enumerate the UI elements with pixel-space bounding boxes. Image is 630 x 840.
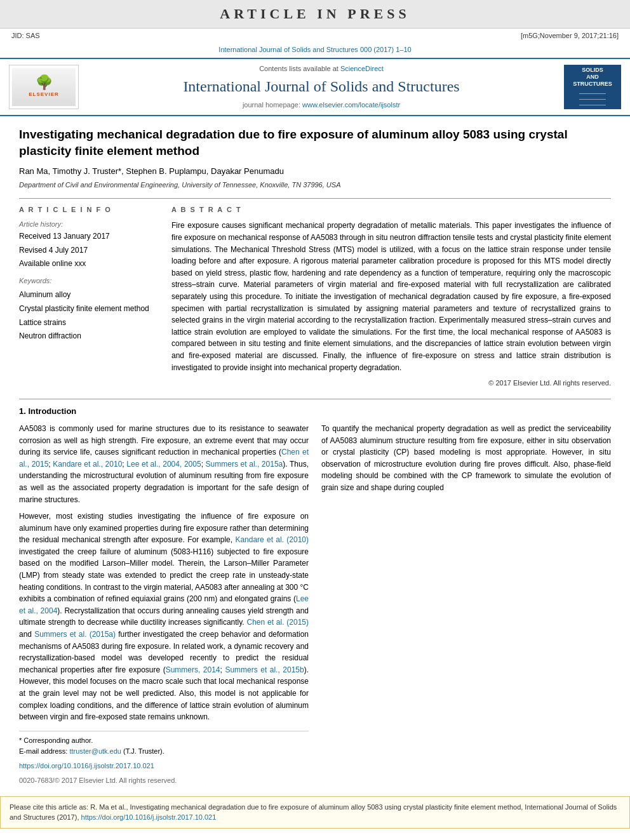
- article-info-header: A R T I C L E I N F O: [19, 205, 159, 215]
- article-authors: Ran Ma, Timothy J. Truster*, Stephen B. …: [19, 166, 611, 178]
- email-line: E-mail address: ttruster@utk.edu (T.J. T…: [19, 746, 309, 757]
- journal-title-block: Contents lists available at ScienceDirec…: [85, 64, 558, 110]
- keywords-label: Keywords:: [19, 276, 159, 286]
- available-online: Available online xxx: [19, 258, 159, 269]
- keyword-2: Crystal plasticity finite element method: [19, 302, 159, 316]
- history-label: Article history:: [19, 220, 159, 230]
- citation-doi-link[interactable]: https://doi.org/10.1016/j.ijsolstr.2017.…: [81, 813, 217, 821]
- ref-kandare2010b[interactable]: Kandare et al. (2010): [235, 535, 309, 544]
- article-content: Investigating mechanical degradation due…: [0, 116, 630, 796]
- keyword-1: Aluminum alloy: [19, 288, 159, 302]
- body-col-left: AA5083 is commonly used for marine struc…: [19, 423, 309, 786]
- corresponding-note: * Corresponding author. E-mail address: …: [19, 731, 309, 757]
- abstract-copyright: © 2017 Elsevier Ltd. All rights reserved…: [171, 378, 611, 389]
- elsevier-label: ELSEVIER: [29, 91, 59, 98]
- body-p2: However, most existing studies investiga…: [19, 510, 309, 723]
- abstract-header: A B S T R A C T: [171, 205, 611, 215]
- jid-label: JID: SAS: [11, 31, 40, 41]
- ref-summers2015ab[interactable]: Summers et al. (2015a): [34, 630, 116, 639]
- body-col-right: To quantify the mechanical property degr…: [321, 423, 611, 786]
- article-title: Investigating mechanical degradation due…: [19, 126, 611, 159]
- ref-summers2015b[interactable]: Summers et al., 2015b: [225, 665, 304, 674]
- journal-right-logo: SOLIDSANDSTRUCTURES ——————————————————: [564, 65, 621, 109]
- doi-line: https://doi.org/10.1016/j.ijsolstr.2017.…: [19, 761, 309, 771]
- body-p-right1: To quantify the mechanical property degr…: [321, 423, 611, 494]
- ref-kandare2010[interactable]: Kandare et al., 2010: [53, 460, 122, 469]
- elsevier-tree-icon: 🌳: [36, 76, 53, 90]
- ref-chen2015b[interactable]: Chen et al. (2015): [246, 618, 309, 627]
- abstract-text: Fire exposure causes significant mechani…: [171, 220, 611, 373]
- ref-summers2015a[interactable]: Summers et al., 2015a: [206, 460, 283, 469]
- body-two-col: AA5083 is commonly used for marine struc…: [19, 423, 611, 786]
- article-in-press-banner: ARTICLE IN PRESS: [0, 0, 630, 29]
- keyword-3: Lattice strains: [19, 316, 159, 330]
- revised-date: Revised 4 July 2017: [19, 245, 159, 256]
- two-col-info-abstract: A R T I C L E I N F O Article history: R…: [19, 198, 611, 389]
- ref-summers2014[interactable]: Summers, 2014: [166, 665, 220, 674]
- doi-link[interactable]: https://doi.org/10.1016/j.ijsolstr.2017.…: [19, 762, 154, 770]
- citation-box: Please cite this article as: R. Ma et al…: [0, 796, 630, 829]
- ref-lee2004[interactable]: Lee et al., 2004, 2005: [126, 460, 201, 469]
- corresponding-star: * Corresponding author.: [19, 735, 309, 746]
- received-date: Received 13 January 2017: [19, 231, 159, 242]
- contents-label: Contents lists available at: [259, 65, 338, 72]
- journal-homepage-link[interactable]: www.elsevier.com/locate/ijsolstr: [302, 101, 400, 109]
- right-logo-title: SOLIDSANDSTRUCTURES: [573, 67, 612, 87]
- ref-label: [m5G;November 9, 2017;21:16]: [521, 31, 619, 41]
- body-p1: AA5083 is commonly used for marine struc…: [19, 423, 309, 505]
- abstract-col: A B S T R A C T Fire exposure causes sig…: [171, 205, 611, 389]
- journal-title: International Journal of Solids and Stru…: [85, 76, 558, 98]
- license-line: 0020-7683/© 2017 Elsevier Ltd. All right…: [19, 775, 309, 786]
- journal-link[interactable]: International Journal of Solids and Stru…: [218, 46, 411, 53]
- keyword-4: Neutron diffraction: [19, 330, 159, 343]
- journal-homepage: journal homepage: www.elsevier.com/locat…: [85, 100, 558, 110]
- elsevier-logo: 🌳 ELSEVIER: [9, 65, 79, 109]
- sciencedirect-link[interactable]: ScienceDirect: [340, 65, 384, 72]
- article-affiliation: Department of Civil and Environmental En…: [19, 180, 611, 190]
- body-divider: [19, 399, 611, 399]
- keywords-list: Aluminum alloy Crystal plasticity finite…: [19, 288, 159, 343]
- journal-header: 🌳 ELSEVIER Contents lists available at S…: [0, 58, 630, 117]
- journal-link-line: International Journal of Solids and Stru…: [0, 44, 630, 58]
- right-logo-lines: ——————————————————: [579, 90, 606, 107]
- top-meta: JID: SAS [m5G;November 9, 2017;21:16]: [0, 29, 630, 44]
- section1-title: 1. Introduction: [19, 406, 611, 418]
- ref-lee2004b[interactable]: Lee et al., 2004: [19, 594, 309, 615]
- email-link[interactable]: ttruster@utk.edu: [69, 747, 121, 755]
- article-info-col: A R T I C L E I N F O Article history: R…: [19, 205, 159, 389]
